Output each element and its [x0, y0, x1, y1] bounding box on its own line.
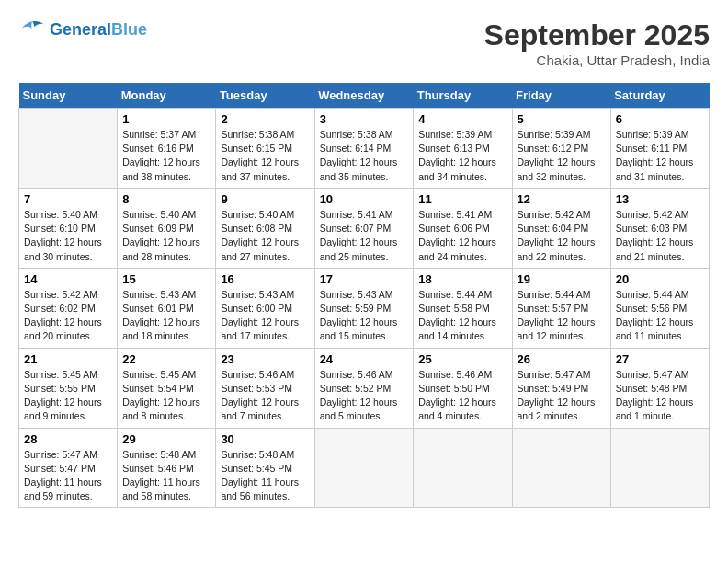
- day-info: Sunrise: 5:38 AM Sunset: 6:15 PM Dayligh…: [221, 128, 309, 184]
- logo: GeneralBlue: [18, 18, 147, 40]
- day-number: 29: [122, 432, 210, 446]
- calendar-cell: 8Sunrise: 5:40 AM Sunset: 6:09 PM Daylig…: [118, 188, 216, 268]
- day-number: 15: [122, 272, 210, 286]
- day-number: 14: [24, 272, 112, 286]
- calendar-cell: 9Sunrise: 5:40 AM Sunset: 6:08 PM Daylig…: [216, 188, 314, 268]
- day-info: Sunrise: 5:48 AM Sunset: 5:45 PM Dayligh…: [221, 448, 309, 504]
- calendar-cell: 4Sunrise: 5:39 AM Sunset: 6:13 PM Daylig…: [414, 109, 512, 189]
- day-number: 17: [320, 272, 409, 286]
- day-info: Sunrise: 5:40 AM Sunset: 6:08 PM Dayligh…: [221, 208, 309, 264]
- logo-icon: [18, 18, 46, 40]
- day-info: Sunrise: 5:37 AM Sunset: 6:16 PM Dayligh…: [122, 128, 210, 184]
- day-info: Sunrise: 5:42 AM Sunset: 6:03 PM Dayligh…: [616, 208, 704, 264]
- calendar-cell: 16Sunrise: 5:43 AM Sunset: 6:00 PM Dayli…: [216, 268, 314, 348]
- day-number: 22: [122, 352, 210, 366]
- calendar-cell: [512, 428, 610, 508]
- col-sunday: Sunday: [19, 83, 118, 109]
- calendar-cell: 26Sunrise: 5:47 AM Sunset: 5:49 PM Dayli…: [512, 348, 610, 428]
- day-info: Sunrise: 5:44 AM Sunset: 5:57 PM Dayligh…: [518, 288, 606, 344]
- col-saturday: Saturday: [610, 83, 709, 109]
- calendar-cell: [314, 428, 414, 508]
- day-info: Sunrise: 5:45 AM Sunset: 5:54 PM Dayligh…: [122, 368, 210, 424]
- day-number: 8: [122, 192, 210, 206]
- calendar-cell: 24Sunrise: 5:46 AM Sunset: 5:52 PM Dayli…: [314, 348, 414, 428]
- calendar-cell: 3Sunrise: 5:38 AM Sunset: 6:14 PM Daylig…: [314, 109, 414, 189]
- calendar-cell: 29Sunrise: 5:48 AM Sunset: 5:46 PM Dayli…: [118, 428, 216, 508]
- calendar-cell: 17Sunrise: 5:43 AM Sunset: 5:59 PM Dayli…: [314, 268, 414, 348]
- calendar-cell: 22Sunrise: 5:45 AM Sunset: 5:54 PM Dayli…: [118, 348, 216, 428]
- calendar-cell: 5Sunrise: 5:39 AM Sunset: 6:12 PM Daylig…: [512, 109, 610, 189]
- week-row-5: 28Sunrise: 5:47 AM Sunset: 5:47 PM Dayli…: [19, 428, 710, 508]
- day-number: 18: [418, 272, 506, 286]
- day-info: Sunrise: 5:39 AM Sunset: 6:13 PM Dayligh…: [418, 128, 506, 184]
- day-number: 12: [518, 192, 606, 206]
- day-number: 1: [122, 112, 210, 126]
- calendar-cell: 10Sunrise: 5:41 AM Sunset: 6:07 PM Dayli…: [314, 188, 414, 268]
- calendar-cell: 15Sunrise: 5:43 AM Sunset: 6:01 PM Dayli…: [118, 268, 216, 348]
- calendar-cell: 28Sunrise: 5:47 AM Sunset: 5:47 PM Dayli…: [19, 428, 118, 508]
- day-number: 11: [418, 192, 506, 206]
- calendar-cell: 18Sunrise: 5:44 AM Sunset: 5:58 PM Dayli…: [414, 268, 512, 348]
- day-number: 27: [616, 352, 704, 366]
- calendar-cell: 25Sunrise: 5:46 AM Sunset: 5:50 PM Dayli…: [414, 348, 512, 428]
- day-number: 26: [518, 352, 606, 366]
- day-info: Sunrise: 5:42 AM Sunset: 6:02 PM Dayligh…: [24, 288, 112, 344]
- day-info: Sunrise: 5:42 AM Sunset: 6:04 PM Dayligh…: [518, 208, 606, 264]
- day-number: 20: [616, 272, 704, 286]
- day-info: Sunrise: 5:40 AM Sunset: 6:10 PM Dayligh…: [24, 208, 112, 264]
- calendar-cell: 19Sunrise: 5:44 AM Sunset: 5:57 PM Dayli…: [512, 268, 610, 348]
- day-info: Sunrise: 5:47 AM Sunset: 5:47 PM Dayligh…: [24, 448, 112, 504]
- day-info: Sunrise: 5:45 AM Sunset: 5:55 PM Dayligh…: [24, 368, 112, 424]
- day-number: 4: [418, 112, 506, 126]
- col-friday: Friday: [512, 83, 610, 109]
- day-number: 13: [616, 192, 704, 206]
- day-number: 21: [24, 352, 112, 366]
- calendar-cell: [414, 428, 512, 508]
- col-wednesday: Wednesday: [314, 83, 414, 109]
- day-info: Sunrise: 5:46 AM Sunset: 5:50 PM Dayligh…: [418, 368, 506, 424]
- day-number: 23: [221, 352, 309, 366]
- day-info: Sunrise: 5:41 AM Sunset: 6:06 PM Dayligh…: [418, 208, 506, 264]
- month-title: September 2025: [484, 18, 710, 52]
- day-info: Sunrise: 5:43 AM Sunset: 6:00 PM Dayligh…: [221, 288, 309, 344]
- calendar-cell: 12Sunrise: 5:42 AM Sunset: 6:04 PM Dayli…: [512, 188, 610, 268]
- day-info: Sunrise: 5:41 AM Sunset: 6:07 PM Dayligh…: [320, 208, 409, 264]
- calendar-cell: 23Sunrise: 5:46 AM Sunset: 5:53 PM Dayli…: [216, 348, 314, 428]
- day-info: Sunrise: 5:47 AM Sunset: 5:49 PM Dayligh…: [518, 368, 606, 424]
- calendar-cell: 6Sunrise: 5:39 AM Sunset: 6:11 PM Daylig…: [610, 109, 709, 189]
- day-number: 24: [320, 352, 409, 366]
- day-number: 6: [616, 112, 704, 126]
- location: Chakia, Uttar Pradesh, India: [484, 52, 710, 68]
- day-info: Sunrise: 5:48 AM Sunset: 5:46 PM Dayligh…: [122, 448, 210, 504]
- day-number: 5: [518, 112, 606, 126]
- col-monday: Monday: [118, 83, 216, 109]
- day-number: 30: [221, 432, 309, 446]
- day-info: Sunrise: 5:39 AM Sunset: 6:12 PM Dayligh…: [518, 128, 606, 184]
- calendar-cell: 27Sunrise: 5:47 AM Sunset: 5:48 PM Dayli…: [610, 348, 709, 428]
- day-info: Sunrise: 5:46 AM Sunset: 5:52 PM Dayligh…: [320, 368, 409, 424]
- day-info: Sunrise: 5:46 AM Sunset: 5:53 PM Dayligh…: [221, 368, 309, 424]
- header-row: Sunday Monday Tuesday Wednesday Thursday…: [19, 83, 710, 109]
- calendar-cell: 7Sunrise: 5:40 AM Sunset: 6:10 PM Daylig…: [19, 188, 118, 268]
- day-number: 16: [221, 272, 309, 286]
- day-info: Sunrise: 5:43 AM Sunset: 5:59 PM Dayligh…: [320, 288, 409, 344]
- calendar-cell: 13Sunrise: 5:42 AM Sunset: 6:03 PM Dayli…: [610, 188, 709, 268]
- day-info: Sunrise: 5:40 AM Sunset: 6:09 PM Dayligh…: [122, 208, 210, 264]
- week-row-2: 7Sunrise: 5:40 AM Sunset: 6:10 PM Daylig…: [19, 188, 710, 268]
- day-number: 7: [24, 192, 112, 206]
- calendar-cell: 21Sunrise: 5:45 AM Sunset: 5:55 PM Dayli…: [19, 348, 118, 428]
- logo-text: GeneralBlue: [50, 20, 147, 40]
- day-info: Sunrise: 5:39 AM Sunset: 6:11 PM Dayligh…: [616, 128, 704, 184]
- calendar-cell: [19, 109, 118, 189]
- calendar-table: Sunday Monday Tuesday Wednesday Thursday…: [18, 83, 710, 508]
- day-info: Sunrise: 5:47 AM Sunset: 5:48 PM Dayligh…: [616, 368, 704, 424]
- day-info: Sunrise: 5:44 AM Sunset: 5:58 PM Dayligh…: [418, 288, 506, 344]
- day-info: Sunrise: 5:38 AM Sunset: 6:14 PM Dayligh…: [320, 128, 409, 184]
- calendar-cell: 20Sunrise: 5:44 AM Sunset: 5:56 PM Dayli…: [610, 268, 709, 348]
- calendar-cell: 11Sunrise: 5:41 AM Sunset: 6:06 PM Dayli…: [414, 188, 512, 268]
- day-number: 9: [221, 192, 309, 206]
- calendar-cell: 2Sunrise: 5:38 AM Sunset: 6:15 PM Daylig…: [216, 109, 314, 189]
- day-info: Sunrise: 5:44 AM Sunset: 5:56 PM Dayligh…: [616, 288, 704, 344]
- calendar-cell: 14Sunrise: 5:42 AM Sunset: 6:02 PM Dayli…: [19, 268, 118, 348]
- day-info: Sunrise: 5:43 AM Sunset: 6:01 PM Dayligh…: [122, 288, 210, 344]
